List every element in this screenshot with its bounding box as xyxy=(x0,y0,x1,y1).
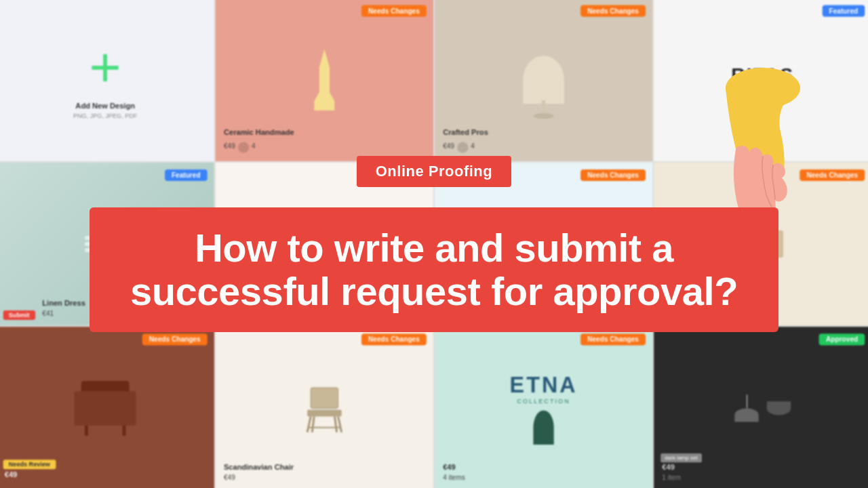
online-proofing-tag: Online Proofing xyxy=(357,156,512,187)
headline-line2: successful request for approval? xyxy=(130,269,738,313)
content-overlay: Online Proofing How to write and submit … xyxy=(0,0,868,488)
headline-text: How to write and submit a successful req… xyxy=(130,226,738,313)
headline-line1: How to write and submit a xyxy=(195,226,673,270)
headline-banner: How to write and submit a successful req… xyxy=(90,207,778,332)
